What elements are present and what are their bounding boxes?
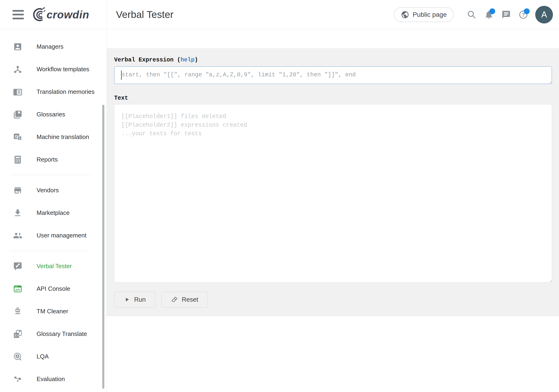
expression-label-close: ) — [195, 56, 198, 63]
api-console-icon: API — [13, 284, 22, 293]
sidebar-item-glossary-translate[interactable]: 文A Glossary Translate — [0, 323, 106, 345]
sidebar-item-tm-cleaner[interactable]: TM Cleaner — [0, 300, 106, 323]
sidebar-divider — [10, 175, 90, 175]
sidebar-scrollbar[interactable] — [102, 105, 104, 389]
crowdin-logo[interactable]: crowdin — [30, 6, 100, 23]
notifications-button[interactable] — [482, 7, 496, 23]
translation-memories-icon — [13, 87, 22, 97]
managers-icon — [13, 42, 22, 51]
sidebar-item-label: Evaluation — [37, 375, 65, 383]
public-page-button[interactable]: Public page — [394, 7, 454, 22]
help-button[interactable]: ? — [517, 7, 530, 23]
sidebar-item-label: Translation memories — [37, 88, 94, 95]
svg-text:文A: 文A — [14, 334, 19, 337]
verbal-tester-icon — [13, 262, 22, 271]
sidebar-nav: Managers Workflow templates Translation … — [0, 29, 106, 390]
sidebar-item-api-console[interactable]: API API Console — [0, 277, 106, 300]
sidebar-item-translation-memories[interactable]: Translation memories — [0, 81, 106, 103]
evaluation-icon — [13, 374, 22, 384]
help-dot — [524, 8, 530, 14]
glossary-translate-icon: 文A — [13, 329, 22, 339]
main-content: Verbal Expression (help) Text Run — [107, 29, 559, 392]
svg-text:API: API — [15, 288, 20, 291]
sidebar-item-label: Reports — [37, 156, 58, 163]
svg-text:A: A — [16, 355, 19, 358]
text-caret — [121, 71, 121, 80]
page-title: Verbal Tester — [116, 9, 174, 20]
run-button[interactable]: Run — [114, 292, 155, 308]
avatar[interactable]: A — [535, 6, 553, 24]
header-actions: Public page — [394, 6, 553, 24]
notification-dot — [489, 8, 495, 14]
sidebar-item-machine-translation[interactable]: G 文 Machine translation — [0, 126, 106, 148]
sidebar-item-label: API Console — [37, 285, 70, 292]
hamburger-bar — [13, 14, 24, 15]
eraser-icon — [171, 296, 178, 303]
glossaries-icon — [13, 110, 22, 119]
sidebar-item-label: Marketplace — [37, 209, 70, 217]
sidebar-item-label: Glossaries — [37, 111, 65, 118]
sidebar-item-label: LQA — [37, 353, 49, 360]
expression-input[interactable] — [114, 66, 552, 84]
app-body: Managers Workflow templates Translation … — [0, 29, 559, 392]
help-link[interactable]: help — [180, 56, 195, 63]
header-brand-area: crowdin — [0, 0, 107, 29]
sidebar-item-label: Vendors — [37, 187, 59, 194]
public-page-label: Public page — [413, 11, 447, 18]
sidebar-item-vendors[interactable]: Vendors — [0, 179, 106, 201]
messages-button[interactable] — [499, 7, 513, 23]
chat-icon — [502, 10, 511, 19]
sidebar-item-label: Machine translation — [37, 133, 89, 141]
search-button[interactable] — [465, 7, 478, 23]
sidebar-item-label: User management — [37, 232, 86, 239]
sidebar-item-label: Verbal Tester — [37, 263, 72, 270]
sidebar-item-managers[interactable]: Managers — [0, 35, 106, 58]
lqa-icon: A — [13, 352, 22, 361]
search-icon — [467, 10, 476, 19]
sidebar: Managers Workflow templates Translation … — [0, 29, 107, 392]
play-icon — [124, 296, 130, 303]
sidebar-item-evaluation[interactable]: Evaluation — [0, 368, 106, 390]
expression-label: Verbal Expression (help) — [114, 56, 552, 63]
button-row: Run Reset — [114, 292, 552, 308]
globe-icon — [401, 10, 409, 19]
vendors-icon — [13, 186, 22, 195]
marketplace-icon — [13, 208, 22, 218]
sidebar-item-lqa[interactable]: A LQA — [0, 345, 106, 368]
sidebar-item-label: Managers — [37, 43, 64, 50]
svg-text:文: 文 — [18, 137, 21, 140]
hamburger-bar — [13, 18, 24, 19]
expression-label-text: Verbal Expression ( — [114, 56, 180, 63]
crowdin-logo-graphic: crowdin — [30, 6, 100, 23]
sidebar-item-user-management[interactable]: User management — [0, 224, 106, 247]
reset-button[interactable]: Reset — [161, 292, 208, 308]
sidebar-item-workflow-templates[interactable]: Workflow templates — [0, 58, 106, 81]
verbal-tester-panel: Verbal Expression (help) Text Run — [107, 48, 559, 316]
app-header: crowdin Verbal Tester Public page — [0, 0, 559, 29]
sidebar-item-glossaries[interactable]: Glossaries — [0, 103, 106, 126]
crowdin-logo-text: crowdin — [47, 9, 89, 21]
user-management-icon — [13, 231, 22, 240]
text-label: Text — [114, 95, 552, 101]
hamburger-menu-icon[interactable] — [13, 10, 24, 19]
workflow-templates-icon — [13, 65, 22, 74]
sidebar-item-marketplace[interactable]: Marketplace — [0, 201, 106, 224]
sidebar-item-label: TM Cleaner — [37, 308, 68, 315]
header-main: Verbal Tester Public page — [107, 0, 559, 29]
text-input[interactable] — [114, 104, 552, 282]
machine-translation-icon: G 文 — [13, 132, 22, 142]
sidebar-item-label: Glossary Translate — [37, 330, 87, 337]
reports-icon — [13, 155, 22, 164]
sidebar-item-verbal-tester[interactable]: Verbal Tester — [0, 255, 106, 277]
sidebar-divider — [10, 251, 90, 251]
reset-button-label: Reset — [182, 296, 198, 303]
tm-cleaner-icon — [13, 307, 22, 316]
sidebar-item-label: Workflow templates — [37, 66, 89, 73]
run-button-label: Run — [134, 296, 146, 303]
expression-input-wrap — [114, 66, 552, 85]
sidebar-item-reports[interactable]: Reports — [0, 148, 106, 171]
hamburger-bar — [13, 10, 24, 12]
